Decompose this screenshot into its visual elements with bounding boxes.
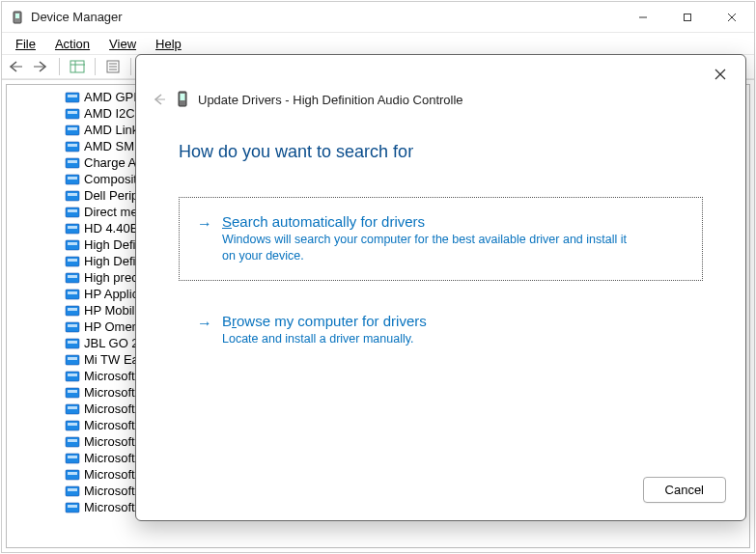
device-category-icon xyxy=(65,502,80,513)
tree-item-label: Microsoft I xyxy=(84,402,142,416)
option-title: Search automatically for drivers xyxy=(222,213,628,230)
svg-rect-40 xyxy=(68,275,77,278)
device-icon xyxy=(177,91,190,108)
svg-rect-52 xyxy=(68,374,77,376)
menu-view[interactable]: View xyxy=(99,35,146,53)
device-category-icon xyxy=(65,223,80,235)
back-button[interactable] xyxy=(6,56,27,77)
titlebar: Device Manager xyxy=(2,2,754,33)
device-category-icon xyxy=(65,469,80,481)
svg-rect-18 xyxy=(68,95,77,97)
svg-rect-56 xyxy=(68,406,77,409)
device-category-icon xyxy=(65,289,80,300)
toolbar-divider xyxy=(95,58,96,75)
tree-item-label: Microsoft I xyxy=(84,451,142,465)
device-category-icon xyxy=(65,141,80,152)
tree-item-label: Microsoft I xyxy=(84,434,142,449)
svg-rect-1 xyxy=(15,14,19,18)
svg-rect-28 xyxy=(68,177,77,180)
svg-rect-66 xyxy=(68,488,77,491)
window-title: Device Manager xyxy=(31,10,621,24)
toolbar-divider xyxy=(59,58,60,75)
svg-rect-48 xyxy=(68,341,77,344)
device-category-icon xyxy=(65,436,80,448)
dialog-header: Update Drivers - High Definition Audio C… xyxy=(136,55,745,115)
svg-rect-73 xyxy=(181,94,185,100)
device-category-icon xyxy=(65,485,80,497)
option-description: Windows will search your computer for th… xyxy=(222,232,628,264)
tree-item-label: Microsoft I xyxy=(84,418,142,432)
device-category-icon xyxy=(65,305,80,317)
device-category-icon xyxy=(65,125,80,136)
device-category-icon xyxy=(65,403,80,415)
device-category-icon xyxy=(65,190,80,202)
device-category-icon xyxy=(65,207,80,218)
svg-rect-64 xyxy=(68,472,77,475)
device-category-icon xyxy=(65,157,80,169)
arrow-right-icon: → xyxy=(197,315,212,332)
svg-rect-68 xyxy=(68,505,77,508)
device-category-icon xyxy=(65,371,80,382)
svg-rect-50 xyxy=(68,357,77,360)
arrow-right-icon: → xyxy=(197,215,212,233)
device-category-icon xyxy=(65,239,80,251)
svg-rect-44 xyxy=(68,308,77,311)
svg-rect-30 xyxy=(68,193,77,196)
device-category-icon xyxy=(65,92,80,103)
app-icon xyxy=(10,10,25,25)
close-button[interactable] xyxy=(710,2,754,32)
svg-rect-20 xyxy=(68,111,77,114)
device-category-icon xyxy=(65,272,80,284)
dialog-close-button[interactable] xyxy=(707,63,734,88)
show-hide-tree-button[interactable] xyxy=(67,56,88,77)
tree-item-label: Microsoft I xyxy=(84,385,142,400)
device-category-icon xyxy=(65,420,80,431)
window-controls xyxy=(621,2,754,32)
device-category-icon xyxy=(65,338,80,349)
update-drivers-dialog: Update Drivers - High Definition Audio C… xyxy=(135,54,746,521)
device-category-icon xyxy=(65,108,80,120)
tree-item-label: High Defin xyxy=(84,254,143,268)
svg-rect-34 xyxy=(68,226,77,229)
dialog-footer: Cancel xyxy=(136,477,745,520)
tree-item-label: Microsoft I xyxy=(84,467,142,482)
device-category-icon xyxy=(65,387,80,399)
menu-file[interactable]: File xyxy=(6,35,45,53)
cancel-button[interactable]: Cancel xyxy=(643,477,726,503)
option-browse-computer[interactable]: → Browse my computer for drivers Locate … xyxy=(179,296,703,364)
svg-rect-60 xyxy=(68,439,77,442)
tree-item-label: HP Mobile xyxy=(84,303,142,318)
svg-rect-46 xyxy=(68,324,77,327)
forward-button[interactable] xyxy=(31,56,52,77)
svg-rect-36 xyxy=(68,242,77,245)
dialog-question: How do you want to search for xyxy=(179,142,703,162)
maximize-button[interactable] xyxy=(665,2,710,32)
svg-rect-54 xyxy=(68,390,77,393)
option-description: Locate and install a driver manually. xyxy=(222,331,427,347)
dialog-breadcrumb: Update Drivers - High Definition Audio C… xyxy=(198,93,463,107)
svg-rect-8 xyxy=(70,61,84,72)
svg-rect-24 xyxy=(68,144,77,147)
tree-item-label: High Defin xyxy=(84,237,143,252)
svg-rect-3 xyxy=(685,14,691,20)
svg-rect-22 xyxy=(68,127,77,130)
svg-rect-38 xyxy=(68,259,77,262)
device-category-icon xyxy=(65,354,80,366)
minimize-button[interactable] xyxy=(621,2,665,32)
menu-action[interactable]: Action xyxy=(45,35,99,53)
properties-button[interactable] xyxy=(102,56,124,77)
device-category-icon xyxy=(65,256,80,267)
device-category-icon xyxy=(65,453,80,464)
svg-rect-42 xyxy=(68,291,77,294)
dialog-body: How do you want to search for → Search a… xyxy=(136,115,745,477)
dialog-back-button[interactable] xyxy=(150,90,169,109)
svg-rect-58 xyxy=(68,423,77,426)
svg-rect-62 xyxy=(68,456,77,458)
option-search-automatically[interactable]: → Search automatically for drivers Windo… xyxy=(179,197,703,281)
svg-rect-32 xyxy=(68,209,77,212)
device-category-icon xyxy=(65,321,80,333)
toolbar-divider xyxy=(130,58,131,75)
svg-rect-26 xyxy=(68,160,77,163)
menu-help[interactable]: Help xyxy=(146,35,191,53)
menubar: File Action View Help xyxy=(2,33,754,54)
